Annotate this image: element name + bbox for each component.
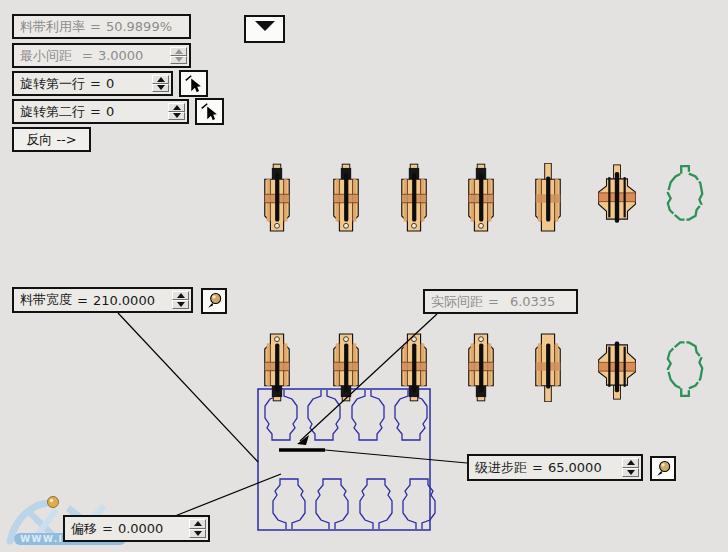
rotate-first-row-spinner[interactable] <box>152 75 169 92</box>
rotate-second-row-spinner[interactable] <box>168 103 185 120</box>
spinner-up-button[interactable] <box>168 103 185 112</box>
leader-arrowhead <box>297 435 309 445</box>
strip-width-spinner[interactable] <box>172 291 189 309</box>
strip-nesting-drawing <box>258 389 435 530</box>
down-triangle-icon <box>255 21 275 31</box>
dialog-window: WWW.ICAX.ORG <box>0 0 728 552</box>
cursor-pick-icon <box>199 101 221 123</box>
dropdown-button[interactable] <box>244 15 285 43</box>
spinner-up-button[interactable] <box>152 75 169 84</box>
min-spacing-field: 最小间距 = 3.0000 <box>12 43 191 68</box>
rotate-second-row-value: 0 <box>106 104 114 119</box>
min-spacing-value: 3.0000 <box>98 48 144 63</box>
strip-utilization-field: 料带利用率 = 50.9899% <box>12 14 191 39</box>
spinner-down-button[interactable] <box>152 84 169 93</box>
part-stage-row-bottom <box>265 334 702 402</box>
step-distance-label: 级进步距 <box>475 459 527 477</box>
balloon-pin-icon <box>204 291 224 311</box>
offset-field[interactable]: 偏移 = 0.0000 <box>63 515 210 542</box>
final-blank-outline-bottom <box>668 342 702 396</box>
spinner-down-button[interactable] <box>172 300 189 309</box>
offset-label: 偏移 <box>71 520 97 538</box>
pick-step-distance-button[interactable] <box>650 456 676 481</box>
strip-utilization-value: 50.9899% <box>106 19 172 34</box>
spinner-up-button[interactable] <box>189 519 206 529</box>
min-spacing-label: 最小间距 <box>20 47 72 65</box>
balloon-pin-icon <box>653 459 673 479</box>
final-blank-outline-top <box>668 166 702 220</box>
leader-strip-width <box>118 313 258 462</box>
pick-rotate-second-row-button[interactable] <box>195 98 224 125</box>
rotate-first-row-field[interactable]: 旋转第一行 = 0 <box>12 71 173 96</box>
min-spacing-spinner <box>170 47 187 64</box>
spinner-up-button <box>170 47 187 56</box>
offset-value: 0.0000 <box>118 521 164 536</box>
rotate-first-row-value: 0 <box>106 76 114 91</box>
spinner-up-button[interactable] <box>172 291 189 300</box>
actual-spacing-value: 6.0335 <box>510 294 556 309</box>
leader-offset <box>175 474 281 516</box>
strip-width-label: 料带宽度 <box>20 291 72 309</box>
strip-utilization-label: 料带利用率 <box>20 18 85 36</box>
spinner-up-button[interactable] <box>622 458 639 468</box>
leader-step-distance <box>325 450 467 463</box>
spinner-down-button <box>170 56 187 65</box>
reverse-button-label: 反向 --> <box>26 131 76 149</box>
rotate-second-row-label: 旋转第二行 <box>20 103 85 121</box>
actual-spacing-label: 实际间距 <box>431 293 483 311</box>
strip-width-value: 210.0000 <box>93 293 155 308</box>
spinner-down-button[interactable] <box>168 112 185 121</box>
step-distance-value: 65.0000 <box>548 460 602 475</box>
spinner-down-button[interactable] <box>622 468 639 478</box>
pick-rotate-first-row-button[interactable] <box>179 70 208 97</box>
cursor-pick-icon <box>183 73 205 95</box>
spinner-down-button[interactable] <box>189 529 206 539</box>
part-stage-row-top <box>265 163 702 231</box>
strip-width-field[interactable]: 料带宽度 = 210.0000 <box>12 287 193 313</box>
pick-strip-width-button[interactable] <box>201 288 227 314</box>
step-distance-field[interactable]: 级进步距 = 65.0000 <box>467 454 643 481</box>
strip-blank-row-bottom <box>273 479 435 529</box>
offset-spinner[interactable] <box>189 519 206 538</box>
rotate-second-row-field[interactable]: 旋转第二行 = 0 <box>12 99 189 124</box>
step-distance-spinner[interactable] <box>622 458 639 477</box>
rotate-first-row-label: 旋转第一行 <box>20 75 85 93</box>
actual-spacing-field: 实际间距 = 6.0335 <box>423 289 578 314</box>
reverse-direction-button[interactable]: 反向 --> <box>12 127 91 152</box>
